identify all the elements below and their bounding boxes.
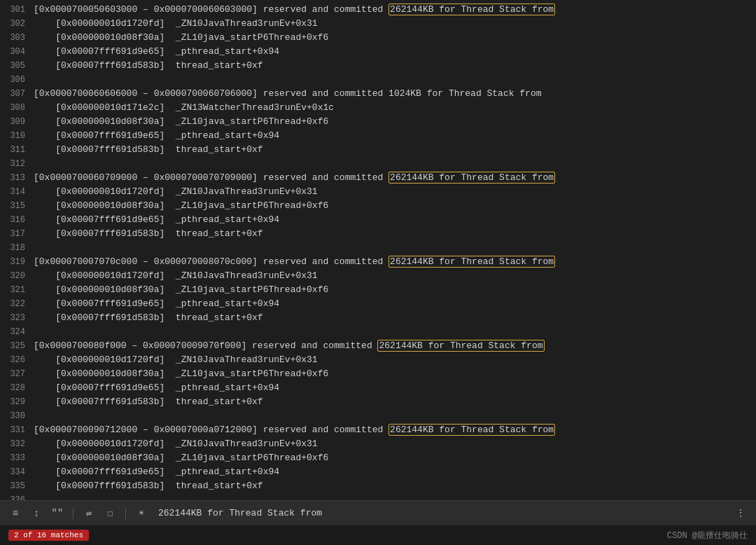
code-line: 310 [0x00007fff691d9e65] _pthread_start+… xyxy=(0,129,756,143)
line-number: 315 xyxy=(0,199,34,213)
line-content: [0x00007fff691d9e65] _pthread_start+0x94 xyxy=(34,129,756,143)
line-content: [0x0000700060709000 – 0x0000700070709000… xyxy=(34,171,756,185)
code-line: 323 [0x00007fff691d583b] thread_start+0x… xyxy=(0,311,756,325)
line-number: 325 xyxy=(0,339,34,353)
code-line: 327 [0x000000010d08f30a] _ZL10java_start… xyxy=(0,367,756,381)
line-content: [0x00007fff691d9e65] _pthread_start+0x94 xyxy=(34,381,756,395)
line-number: 336 xyxy=(0,493,34,500)
line-number: 304 xyxy=(0,45,34,59)
line-number: 327 xyxy=(0,367,34,381)
search-highlight: 262144KB for Thread Stack from xyxy=(388,172,555,184)
toolbar-icon-light[interactable]: ☀ xyxy=(134,506,148,520)
line-number: 323 xyxy=(0,311,34,325)
code-line: 302 [0x000000010d1720fd] _ZN10JavaThread… xyxy=(0,17,756,31)
code-line: 322 [0x00007fff691d9e65] _pthread_start+… xyxy=(0,297,756,311)
line-number: 303 xyxy=(0,31,34,45)
line-number: 309 xyxy=(0,115,34,129)
code-line: 304 [0x00007fff691d9e65] _pthread_start+… xyxy=(0,45,756,59)
line-number: 335 xyxy=(0,479,34,493)
line-content: [0x00007fff691d9e65] _pthread_start+0x94 xyxy=(34,297,756,311)
code-line: 334 [0x00007fff691d9e65] _pthread_start+… xyxy=(0,465,756,479)
toolbar-icon-word[interactable]: "" xyxy=(50,506,64,520)
code-line: 313[0x0000700060709000 – 0x0000700070709… xyxy=(0,171,756,185)
code-container: 301[0x0000700050603000 – 0x0000700060603… xyxy=(0,0,756,500)
line-number: 321 xyxy=(0,283,34,297)
line-number: 332 xyxy=(0,437,34,451)
line-number: 302 xyxy=(0,17,34,31)
code-line: 332 [0x000000010d1720fd] _ZN10JavaThread… xyxy=(0,437,756,451)
code-line: 326 [0x000000010d1720fd] _ZN10JavaThread… xyxy=(0,353,756,367)
line-content: [0x000000010d08f30a] _ZL10java_startP6Th… xyxy=(34,199,756,213)
code-line: 314 [0x000000010d1720fd] _ZN10JavaThread… xyxy=(0,185,756,199)
code-line: 309 [0x000000010d08f30a] _ZL10java_start… xyxy=(0,115,756,129)
code-line: 331[0x0000700090712000 – 0x00007000a0712… xyxy=(0,423,756,437)
search-highlight: 262144KB for Thread Stack from xyxy=(388,424,555,436)
code-line: 328 [0x00007fff691d9e65] _pthread_start+… xyxy=(0,381,756,395)
code-line: 307[0x0000700060606000 – 0x0000700060706… xyxy=(0,87,756,101)
line-content: [0x00007fff691d583b] thread_start+0xf xyxy=(34,311,756,325)
toolbar-icon-replace[interactable]: ⇌ xyxy=(82,506,96,520)
line-number: 324 xyxy=(0,325,34,339)
line-number: 312 xyxy=(0,157,34,171)
line-content: [0x000070007070c000 – 0x000070008070c000… xyxy=(34,255,756,269)
match-badge: 2 of 16 matches xyxy=(8,530,89,541)
line-number: 313 xyxy=(0,171,34,185)
toolbar-icon-more[interactable]: ⋮ xyxy=(734,506,748,520)
line-number: 314 xyxy=(0,185,34,199)
line-content: [0x00007fff691d9e65] _pthread_start+0x94 xyxy=(34,45,756,59)
code-line: 336 xyxy=(0,493,756,500)
line-content: [0x00007fff691d583b] thread_start+0xf xyxy=(34,395,756,409)
line-number: 305 xyxy=(0,59,34,73)
code-line: 308 [0x000000010d171e2c] _ZN13WatcherThr… xyxy=(0,101,756,115)
code-line: 318 xyxy=(0,241,756,255)
search-highlight: 262144KB for Thread Stack from xyxy=(377,340,544,352)
code-line: 312 xyxy=(0,157,756,171)
line-number: 326 xyxy=(0,353,34,367)
line-number: 320 xyxy=(0,269,34,283)
code-line: 301[0x0000700050603000 – 0x0000700060603… xyxy=(0,3,756,17)
code-line: 333 [0x000000010d08f30a] _ZL10java_start… xyxy=(0,451,756,465)
line-number: 301 xyxy=(0,3,34,17)
line-content: [0x00007fff691d9e65] _pthread_start+0x94 xyxy=(34,213,756,227)
line-number: 317 xyxy=(0,227,34,241)
toolbar-separator-1 xyxy=(73,508,74,519)
status-bar: 2 of 16 matches CSDN @龍擅仕咆骑仕 xyxy=(0,525,756,545)
line-number: 334 xyxy=(0,465,34,479)
line-number: 322 xyxy=(0,297,34,311)
search-highlight: 262144KB for Thread Stack from xyxy=(388,256,555,268)
code-line: 329 [0x00007fff691d583b] thread_start+0x… xyxy=(0,395,756,409)
line-number: 307 xyxy=(0,87,34,101)
code-line: 305 [0x00007fff691d583b] thread_start+0x… xyxy=(0,59,756,73)
line-number: 333 xyxy=(0,451,34,465)
code-line: 315 [0x000000010d08f30a] _ZL10java_start… xyxy=(0,199,756,213)
code-line: 321 [0x000000010d08f30a] _ZL10java_start… xyxy=(0,283,756,297)
bottom-toolbar: ≡ ↕ "" ⇌ ☐ ☀ 262144KB for Thread Stack f… xyxy=(0,500,756,525)
code-line: 303 [0x000000010d08f30a] _ZL10java_start… xyxy=(0,31,756,45)
line-content: [0x000000010d1720fd] _ZN10JavaThread3run… xyxy=(34,269,756,283)
line-content: [0x000000010d08f30a] _ZL10java_startP6Th… xyxy=(34,31,756,45)
line-number: 311 xyxy=(0,143,34,157)
line-content: [0x00007fff691d583b] thread_start+0xf xyxy=(34,143,756,157)
toolbar-icon-regex[interactable]: ≡ xyxy=(8,506,22,520)
line-content: [0x000000010d171e2c] _ZN13WatcherThread3… xyxy=(34,101,756,115)
line-content: [0x000000010d08f30a] _ZL10java_startP6Th… xyxy=(34,367,756,381)
line-number: 310 xyxy=(0,129,34,143)
code-line: 306 xyxy=(0,73,756,87)
toolbar-icon-case[interactable]: ↕ xyxy=(29,506,43,520)
line-content: [0x000000010d1720fd] _ZN10JavaThread3run… xyxy=(34,17,756,31)
line-content: [0x000000010d08f30a] _ZL10java_startP6Th… xyxy=(34,115,756,129)
line-content: [0x000000010d1720fd] _ZN10JavaThread3run… xyxy=(34,353,756,367)
line-content: [0x000000010d08f30a] _ZL10java_startP6Th… xyxy=(34,283,756,297)
line-number: 328 xyxy=(0,381,34,395)
line-number: 330 xyxy=(0,409,34,423)
line-number: 318 xyxy=(0,241,34,255)
toolbar-icon-select[interactable]: ☐ xyxy=(103,506,117,520)
code-line: 325[0x0000700080f000 – 0x000070009070f00… xyxy=(0,339,756,353)
toolbar-search-text: 262144KB for Thread Stack from xyxy=(158,508,322,518)
line-content: [0x0000700050603000 – 0x0000700060603000… xyxy=(34,3,756,17)
line-content: [0x00007fff691d9e65] _pthread_start+0x94 xyxy=(34,465,756,479)
line-number: 331 xyxy=(0,423,34,437)
line-content: [0x0000700060606000 – 0x0000700060706000… xyxy=(34,87,756,101)
line-content: [0x0000700080f000 – 0x000070009070f000] … xyxy=(34,339,756,353)
code-line: 320 [0x000000010d1720fd] _ZN10JavaThread… xyxy=(0,269,756,283)
